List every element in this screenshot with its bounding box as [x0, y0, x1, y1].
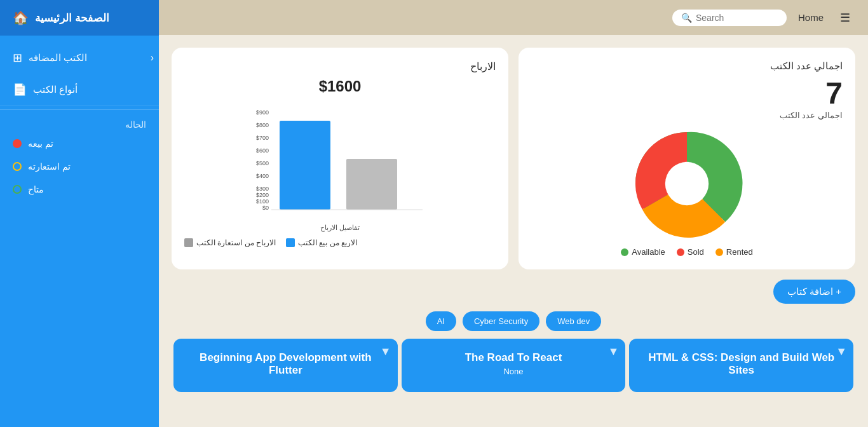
sidebar-top-section: ‹ الكتب المضافه ⊞	[0, 42, 159, 74]
books-section: + اضافة كتاب AI Cyber Security Web dev ▼…	[172, 280, 855, 392]
available-dot	[621, 248, 628, 256]
search-icon: 🔍	[681, 13, 692, 23]
filter-tags: AI Cyber Security Web dev	[172, 311, 855, 331]
sidebar-item-added-books-label: الكتب المضافه	[29, 52, 87, 64]
pie-legend-sold: Sold	[677, 247, 704, 257]
books-grid: ▼ Beginning App Development with Flutter…	[172, 339, 855, 392]
add-book-button[interactable]: + اضافة كتاب	[773, 280, 855, 304]
sidebar-header-title: الصفحة الرئيسية	[35, 11, 109, 25]
filter-cyber-security[interactable]: Cyber Security	[463, 311, 539, 331]
top-bar: 🔍 Home ☰	[159, 0, 868, 35]
dashboard: الارباح $1600 $900 $800 $700 $600 $500 $…	[159, 35, 868, 427]
legend-dot-rent	[184, 238, 193, 247]
legend-label-rent: الارباح من استعارة الكتب	[196, 238, 276, 247]
chart-detail: تفاصيل الارباح	[184, 224, 496, 232]
svg-text:$900: $900	[256, 109, 269, 116]
svg-text:$100: $100	[256, 198, 269, 205]
available-legend-label: Available	[632, 247, 665, 257]
filter-ai[interactable]: AI	[426, 311, 456, 331]
sidebar-nav: ‹ الكتب المضافه ⊞ أنواع الكتب 📄 الحاله ت…	[0, 36, 159, 207]
sidebar-status-available[interactable]: متاح	[0, 178, 159, 201]
svg-point-11	[665, 162, 709, 205]
book-title-2: HTML & CSS: Design and Build Web Sites	[639, 351, 843, 377]
sidebar-header: الصفحة الرئيسية 🏠	[0, 0, 159, 36]
sidebar-item-added-books[interactable]: الكتب المضافه ⊞	[0, 42, 146, 74]
book-arrow-0: ▼	[380, 345, 391, 358]
svg-text:$700: $700	[256, 135, 269, 141]
charts-row: الارباح $1600 $900 $800 $700 $600 $500 $…	[172, 48, 855, 269]
add-book-row: + اضافة كتاب	[172, 280, 855, 304]
legend-item-sale: الاربع من بيع الكتب	[286, 238, 357, 247]
sidebar-status-rented[interactable]: تم استعارته	[0, 155, 159, 178]
svg-text:$400: $400	[256, 173, 269, 179]
sidebar-status-sold[interactable]: تم بيعه	[0, 132, 159, 155]
earnings-title: الارباح	[184, 60, 496, 72]
book-card-0[interactable]: ▼ Beginning App Development with Flutter	[173, 339, 398, 392]
sold-dot	[677, 248, 684, 256]
main-content: 🔍 Home ☰ الارباح $1600 $900 $800 $700 $6…	[159, 0, 868, 427]
sold-label: تم بيعه	[28, 139, 53, 149]
earnings-amount: $1600	[184, 78, 496, 95]
collapse-arrow[interactable]: ‹	[146, 43, 159, 72]
svg-text:$300: $300	[256, 186, 269, 192]
legend-dot-sale	[286, 238, 295, 247]
sold-circle	[13, 139, 22, 148]
filter-web-dev[interactable]: Web dev	[546, 311, 601, 331]
pie-legend-available: Available	[621, 247, 665, 257]
bar-chart: $900 $800 $700 $600 $500 $400 $300 $200 …	[184, 103, 496, 217]
pie-legend-rented: Rented	[715, 247, 753, 257]
rented-legend-label: Rented	[726, 247, 753, 257]
pie-chart-proper	[630, 126, 744, 241]
pie-and-legend: Available Sold Rented	[531, 126, 843, 257]
chart-legend: الاربع من بيع الكتب الارباح من استعارة ا…	[184, 238, 496, 247]
total-books-title: اجمالي عدد الكتب	[770, 60, 843, 72]
svg-text:$800: $800	[256, 122, 269, 128]
earnings-card: الارباح $1600 $900 $800 $700 $600 $500 $…	[172, 48, 508, 269]
available-circle	[13, 185, 22, 194]
sidebar-item-book-types[interactable]: أنواع الكتب 📄	[0, 74, 159, 106]
pie-legend: Available Sold Rented	[621, 247, 752, 257]
file-icon: 📄	[13, 83, 27, 97]
svg-text:$200: $200	[256, 192, 269, 198]
grid-icon: ⊞	[13, 51, 22, 65]
home-icon: 🏠	[13, 10, 29, 25]
rented-circle	[13, 162, 22, 171]
available-label: متاح	[28, 184, 44, 194]
legend-label-sale: الاربع من بيع الكتب	[298, 238, 357, 247]
svg-text:$500: $500	[256, 160, 269, 166]
sidebar-divider	[0, 109, 159, 110]
hamburger-button[interactable]: ☰	[835, 8, 855, 27]
rented-label: تم استعارته	[28, 161, 71, 172]
sold-legend-label: Sold	[688, 247, 704, 257]
total-books-sub: اجمالي عدد الكتب	[780, 111, 843, 120]
book-card-2[interactable]: ▼ HTML & CSS: Design and Build Web Sites	[629, 339, 853, 392]
stats-card: اجمالي عدد الكتب 7 اجمالي عدد الكتب	[519, 48, 855, 269]
svg-text:$0: $0	[262, 205, 269, 211]
book-arrow-2: ▼	[836, 345, 847, 358]
sidebar-item-book-types-label: أنواع الكتب	[33, 84, 78, 95]
book-title-0: Beginning App Development with Flutter	[184, 351, 388, 377]
svg-text:$600: $600	[256, 147, 269, 154]
sidebar-section-status: الحاله	[0, 113, 159, 132]
book-card-1[interactable]: ▼ The Road To React None	[402, 339, 626, 392]
bar-blue	[280, 121, 330, 210]
bar-gray	[346, 159, 397, 210]
legend-item-rent: الارباح من استعارة الكتب	[184, 238, 276, 247]
book-arrow-1: ▼	[608, 345, 620, 358]
sidebar: الصفحة الرئيسية 🏠 ‹ الكتب المضافه ⊞ أنوا…	[0, 0, 159, 427]
total-books-count: 7	[825, 76, 843, 111]
book-subtitle-1: None	[412, 367, 616, 376]
search-wrapper: 🔍	[672, 10, 787, 26]
book-title-1: The Road To React	[412, 351, 616, 364]
rented-dot	[715, 248, 723, 256]
search-input[interactable]	[696, 13, 772, 23]
home-button[interactable]: Home	[793, 10, 829, 25]
